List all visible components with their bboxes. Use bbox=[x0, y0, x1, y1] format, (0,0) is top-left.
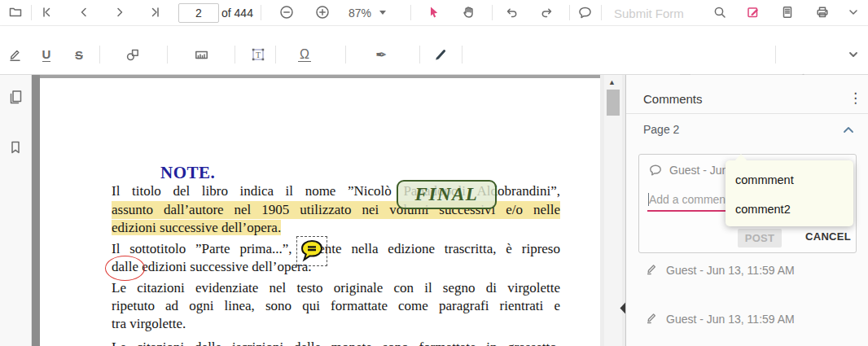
post-button[interactable]: POST bbox=[738, 229, 782, 247]
first-page-icon bbox=[39, 5, 54, 20]
divider bbox=[601, 5, 602, 20]
chevron-right-icon bbox=[112, 5, 127, 20]
comment-list-item[interactable]: Guest - Jun 13, 11:59 AM bbox=[638, 309, 857, 331]
page-view-button[interactable] bbox=[777, 2, 798, 23]
minus-circle-icon bbox=[278, 4, 295, 20]
chevron-down-icon bbox=[847, 48, 860, 61]
comment-list-item[interactable]: Guest - Jun 13, 11:59 AM bbox=[638, 261, 857, 282]
brush-icon bbox=[433, 47, 449, 63]
notes-panel-button[interactable] bbox=[574, 2, 595, 23]
top-toolbar: of 444 87% Submit Form bbox=[0, 0, 868, 26]
redo-button[interactable] bbox=[537, 2, 558, 23]
bookmark-icon bbox=[7, 139, 24, 155]
plus-circle-icon bbox=[314, 4, 331, 20]
printer-icon bbox=[815, 5, 830, 20]
next-page-button[interactable] bbox=[109, 2, 130, 23]
submit-form-button[interactable]: Submit Form bbox=[609, 6, 689, 21]
shapes-tool-button[interactable] bbox=[122, 44, 143, 65]
last-page-button[interactable] bbox=[145, 2, 166, 23]
select-tool-button[interactable] bbox=[423, 2, 445, 23]
ellipse-annotation[interactable]: dalle bbox=[112, 258, 138, 276]
document-line: Le citazioni delle iscrizioni delle mone… bbox=[112, 339, 560, 346]
cursor-arrow-icon bbox=[427, 5, 441, 20]
autofill-suggestion[interactable]: commment bbox=[735, 173, 794, 186]
annotate-toggle-button[interactable] bbox=[743, 2, 764, 23]
stamp-tool-button[interactable]: Ω bbox=[294, 44, 315, 65]
note-bubble-icon bbox=[299, 239, 325, 264]
search-icon bbox=[712, 5, 727, 20]
panel-kebab-menu[interactable]: ⋮ bbox=[848, 91, 862, 105]
last-page-icon bbox=[148, 5, 163, 20]
chevron-down-icon bbox=[379, 11, 386, 15]
divider bbox=[167, 46, 168, 64]
comment-bubble-icon bbox=[577, 5, 593, 20]
divider bbox=[235, 46, 235, 64]
page-number-input[interactable] bbox=[178, 3, 219, 23]
stamp-icon: Ω bbox=[298, 48, 311, 62]
comment-bubble-icon bbox=[648, 163, 663, 177]
underline-tool-button[interactable]: U bbox=[36, 44, 57, 65]
undo-icon bbox=[504, 5, 519, 20]
underline-icon: U bbox=[42, 48, 51, 62]
divider bbox=[419, 46, 420, 64]
freetext-tool-button[interactable]: T bbox=[248, 44, 269, 65]
comment-author-line: Guest - Jun 13, 11:59 AM bbox=[666, 264, 795, 277]
autofill-suggestion[interactable]: comment2 bbox=[735, 203, 791, 216]
open-file-button[interactable] bbox=[5, 2, 26, 23]
highlight-tool-button[interactable] bbox=[4, 44, 25, 65]
strikethrough-icon: S bbox=[75, 49, 83, 61]
document-line: Il sottotitolo ”Parte prima...”, assente… bbox=[112, 240, 560, 258]
document-line: dalle edizioni successive dell’opera. bbox=[112, 258, 560, 276]
divider bbox=[345, 46, 346, 64]
edit-annotation-icon bbox=[746, 5, 761, 20]
first-page-button[interactable] bbox=[36, 2, 57, 23]
document-page[interactable]: NOTE. Il titolo del libro indica il nome… bbox=[40, 78, 600, 346]
cancel-button[interactable]: CANCEL bbox=[800, 230, 856, 243]
signature-tool-button[interactable]: ✒ bbox=[370, 44, 392, 65]
highlight-annotation[interactable]: edizioni successive dell’opera. bbox=[112, 220, 281, 235]
toolbar-collapse-button[interactable] bbox=[843, 2, 864, 23]
chevron-down-icon bbox=[847, 6, 860, 19]
undo-button[interactable] bbox=[501, 2, 522, 23]
print-button[interactable] bbox=[812, 2, 833, 23]
pages-icon bbox=[7, 89, 24, 105]
document-line: tra virgolette. bbox=[112, 315, 560, 333]
document-line: edizioni successive dell’opera. bbox=[112, 219, 560, 237]
scroll-up-arrow[interactable]: ▲ bbox=[608, 78, 616, 86]
divider bbox=[275, 46, 276, 64]
ruler-icon bbox=[194, 47, 209, 63]
pencil-icon bbox=[645, 311, 659, 325]
page-total-label: of 444 bbox=[221, 7, 253, 20]
shapes-icon bbox=[125, 47, 141, 63]
search-button[interactable] bbox=[709, 2, 730, 23]
page-group-label: Page 2 bbox=[643, 123, 679, 136]
document-scrollbar-thumb[interactable] bbox=[607, 90, 620, 116]
redo-icon bbox=[540, 5, 555, 20]
free-text-icon: T bbox=[250, 46, 266, 63]
divider bbox=[99, 46, 100, 64]
tools-toolbar: U S T Ω ✒ bbox=[0, 26, 868, 75]
signature-pen-icon: ✒ bbox=[375, 48, 387, 62]
bookmarks-panel-button[interactable] bbox=[5, 137, 26, 158]
divider bbox=[775, 46, 776, 64]
final-stamp-annotation[interactable]: FINAL bbox=[397, 180, 497, 209]
hand-icon bbox=[462, 5, 476, 20]
autofill-popup-arrow bbox=[734, 154, 747, 161]
sticky-note-annotation[interactable] bbox=[296, 236, 327, 266]
strikeout-tool-button[interactable]: S bbox=[68, 44, 90, 65]
divider bbox=[31, 5, 32, 20]
thumbnails-panel-button[interactable] bbox=[5, 86, 26, 107]
measure-tool-button[interactable] bbox=[191, 44, 212, 65]
tools-collapse-button[interactable] bbox=[843, 44, 864, 65]
document-text: edizioni successive dell’opera. bbox=[138, 259, 311, 274]
document-line: Le citazioni evidenziate nel testo origi… bbox=[112, 279, 560, 297]
pan-tool-button[interactable] bbox=[458, 2, 480, 23]
document-icon bbox=[780, 5, 795, 20]
zoom-in-button[interactable] bbox=[312, 2, 333, 23]
zoom-out-button[interactable] bbox=[276, 2, 297, 23]
folder-icon bbox=[8, 5, 23, 20]
freehand-tool-button[interactable] bbox=[430, 44, 451, 65]
previous-page-button[interactable] bbox=[73, 2, 94, 23]
pdf-viewer-app: { "accent_color": "#e0457c", "icons": { … bbox=[0, 0, 868, 346]
zoom-level-label: 87% bbox=[349, 7, 371, 20]
